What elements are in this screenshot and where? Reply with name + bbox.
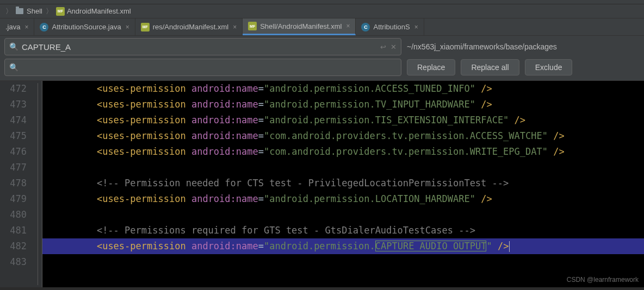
search-scope-path: ~/nx563j_xiaomi/frameworks/base/packages [407, 42, 557, 51]
line-number: 475 [0, 128, 27, 144]
breadcrumb-folder-label: Shell [27, 7, 42, 15]
find-replace-panel: 🔍 ↩ ✕ ~/nx563j_xiaomi/frameworks/base/pa… [0, 36, 644, 81]
tab-label: Shell/AndroidManifest.xml [260, 22, 342, 30]
line-number: 478 [0, 175, 27, 191]
code-line[interactable] [52, 207, 644, 223]
replace-input[interactable] [22, 63, 397, 72]
tab-label: .java [5, 23, 20, 31]
code-line[interactable]: <!-- Permission needed for CTS test - Pr… [52, 175, 644, 191]
editor-tab[interactable]: AttributionS× [356, 18, 424, 35]
close-icon[interactable]: × [24, 23, 28, 31]
line-number: 472 [0, 81, 27, 97]
line-number: 483 [0, 254, 27, 270]
class-icon [361, 23, 370, 31]
caret [509, 241, 510, 252]
class-icon [40, 23, 48, 31]
tab-label: AttributionS [373, 23, 410, 31]
code-content[interactable]: <uses-permission android:name="android.p… [42, 81, 644, 287]
editor-tab[interactable]: AttributionSource.java× [34, 18, 135, 35]
code-line[interactable] [52, 254, 644, 270]
close-icon[interactable]: × [126, 23, 129, 31]
line-number-gutter: 472473474475476477478479480481482483 [0, 81, 33, 287]
replace-input-wrapper: 🔍 [4, 59, 401, 76]
replace-all-button[interactable]: Replace all [461, 59, 519, 75]
chevron-right-icon: 〉 [5, 7, 13, 16]
search-icon: 🔍 [9, 42, 18, 51]
find-input-wrapper: 🔍 ↩ ✕ [4, 38, 401, 55]
manifest-icon [248, 22, 257, 30]
code-line[interactable]: <uses-permission android:name="android.p… [52, 112, 644, 128]
close-icon[interactable]: × [414, 23, 418, 31]
code-line[interactable]: <uses-permission android:name="com.andro… [52, 144, 644, 160]
line-number: 477 [0, 160, 27, 175]
line-number: 480 [0, 207, 27, 223]
search-icon: 🔍 [9, 63, 18, 72]
find-input[interactable] [22, 42, 376, 52]
code-line[interactable]: <uses-permission android:name="android.p… [52, 191, 644, 207]
tab-label: res/AndroidManifest.xml [153, 23, 228, 31]
close-icon[interactable]: × [233, 23, 237, 31]
replace-button[interactable]: Replace [407, 59, 455, 75]
line-number: 479 [0, 191, 27, 207]
breadcrumb: 〉 Shell 〉 AndroidManifest.xml [0, 4, 644, 18]
toolbar-strip [0, 0, 644, 4]
chevron-right-icon: 〉 [46, 7, 53, 16]
close-icon[interactable]: × [346, 22, 350, 30]
code-line[interactable]: <uses-permission android:name="android.p… [52, 81, 644, 97]
folder-icon [16, 8, 23, 14]
line-number: 481 [0, 223, 27, 238]
close-icon[interactable]: ✕ [391, 43, 397, 51]
editor-tab[interactable]: res/AndroidManifest.xml× [135, 18, 243, 35]
line-number: 473 [0, 97, 27, 112]
line-number: 474 [0, 112, 27, 128]
manifest-icon [56, 7, 65, 16]
breadcrumb-file-label: AndroidManifest.xml [67, 7, 131, 15]
breadcrumb-folder[interactable]: Shell [16, 7, 42, 15]
tab-label: AttributionSource.java [52, 23, 121, 31]
code-line[interactable]: <uses-permission android:name="android.p… [42, 238, 644, 254]
watermark: CSDN @learnframework [567, 272, 639, 287]
breadcrumb-file[interactable]: AndroidManifest.xml [56, 7, 131, 16]
code-line[interactable]: <!-- Permissions required for GTS test -… [52, 223, 644, 238]
editor-tab-bar: .java×AttributionSource.java×res/Android… [0, 18, 644, 36]
exclude-button[interactable]: Exclude [525, 59, 573, 75]
editor-tab[interactable]: .java× [0, 18, 34, 35]
code-editor[interactable]: 472473474475476477478479480481482483 <us… [0, 81, 644, 287]
code-line[interactable] [52, 160, 644, 175]
fold-column [33, 81, 42, 287]
line-number: 476 [0, 144, 27, 160]
manifest-icon [141, 23, 150, 31]
regex-history-icon[interactable]: ↩ [380, 43, 386, 51]
code-line[interactable]: <uses-permission android:name="android.p… [52, 97, 644, 112]
code-line[interactable]: <uses-permission android:name="com.andro… [52, 128, 644, 144]
line-number: 482 [0, 238, 27, 254]
editor-tab[interactable]: Shell/AndroidManifest.xml× [243, 18, 356, 35]
